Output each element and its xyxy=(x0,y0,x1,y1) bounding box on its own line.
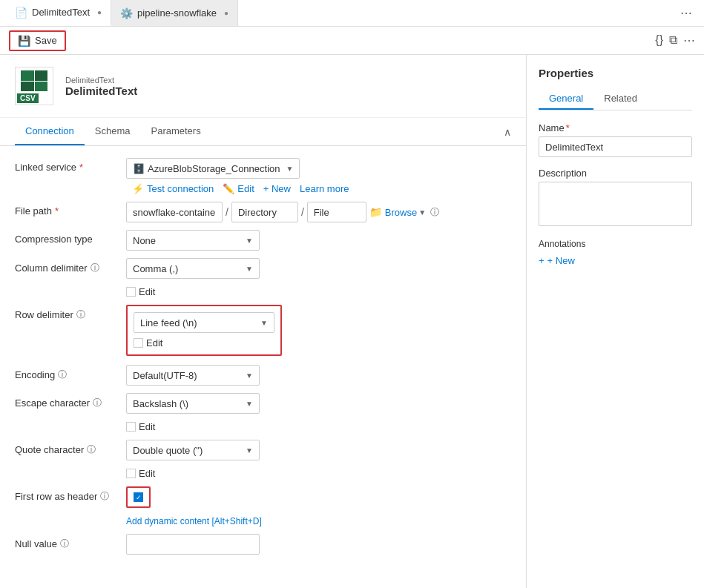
toolbar-right: {} ⧉ ⋯ xyxy=(655,33,695,47)
row-delimiter-row: Row delimiter ⓘ Line feed (\n) ▼ Edit xyxy=(15,305,511,357)
prop-tab-general[interactable]: General xyxy=(539,88,593,110)
column-delimiter-checkbox[interactable] xyxy=(126,287,136,297)
null-value-input[interactable] xyxy=(126,534,260,555)
csv-grid-icon xyxy=(21,70,47,91)
quote-char-dropdown[interactable]: Double quote (") ▼ xyxy=(126,440,260,460)
first-row-header-label: First row as header ⓘ xyxy=(15,486,126,503)
browse-actions: 📁 Browse ▼ ⓘ xyxy=(369,206,439,219)
edit-btn[interactable]: ✏️ Edit xyxy=(223,183,254,194)
row-delimiter-dropdown[interactable]: Line feed (\n) ▼ xyxy=(134,312,274,333)
row-delimiter-checkbox[interactable] xyxy=(134,338,143,348)
encoding-dropdown[interactable]: Default(UTF-8) ▼ xyxy=(126,365,260,386)
browse-more[interactable]: ⓘ xyxy=(430,206,439,219)
file-required-marker: * xyxy=(55,205,59,217)
row-delimiter-value: Line feed (\n) xyxy=(140,317,197,328)
row-delimiter-edit-row: Edit xyxy=(134,337,274,348)
prop-name-input[interactable] xyxy=(539,136,692,157)
tab-delimited[interactable]: 📄 DelimitedText ● xyxy=(6,0,111,26)
column-delimiter-dropdown[interactable]: Comma (,) ▼ xyxy=(126,258,260,279)
properties-title: Properties xyxy=(539,67,692,79)
compression-label: Compression type xyxy=(15,230,126,245)
tab-pipeline-close[interactable]: ● xyxy=(224,9,228,17)
tab-schema[interactable]: Schema xyxy=(85,118,141,145)
tab-connection[interactable]: Connection xyxy=(15,118,85,145)
delimited-tab-icon: 📄 xyxy=(15,7,27,19)
dataset-type: DelimitedText xyxy=(65,76,137,85)
tab-delimited-close[interactable]: ● xyxy=(97,8,102,16)
section-tabs: Connection Schema Parameters ∧ xyxy=(0,118,526,146)
null-value-info: ⓘ xyxy=(60,538,69,550)
properties-panel: Properties General Related Name * Descri… xyxy=(526,55,704,588)
encoding-info: ⓘ xyxy=(58,369,67,381)
column-delimiter-edit-label[interactable]: Edit xyxy=(126,286,155,297)
file-input[interactable] xyxy=(307,202,366,222)
compression-arrow: ▼ xyxy=(246,237,253,245)
required-marker: * xyxy=(79,162,83,173)
csv-icon: CSV xyxy=(15,67,53,105)
prop-description-input[interactable] xyxy=(539,182,692,226)
dataset-info: DelimitedText DelimitedText xyxy=(65,76,137,97)
encoding-arrow: ▼ xyxy=(246,371,253,380)
browse-dropdown-arrow[interactable]: ▼ xyxy=(418,208,426,217)
csv-label: CSV xyxy=(17,93,39,103)
learn-more-btn[interactable]: Learn more xyxy=(300,183,349,194)
code-icon[interactable]: {} xyxy=(655,33,663,47)
compression-row: Compression type None ▼ xyxy=(15,230,511,251)
ellipsis-icon[interactable]: ⋯ xyxy=(683,33,695,47)
column-delimiter-content: Comma (,) ▼ Edit xyxy=(126,258,511,297)
save-button[interactable]: 💾 Save xyxy=(9,30,66,51)
escape-char-row: Escape character ⓘ Backslash (\) ▼ Edit xyxy=(15,393,511,432)
browse-btn[interactable]: 📁 Browse xyxy=(369,206,417,218)
escape-char-content: Backslash (\) ▼ Edit xyxy=(126,393,511,432)
escape-char-info: ⓘ xyxy=(93,397,102,409)
file-path-content: / / 📁 Browse ▼ ⓘ xyxy=(126,202,511,222)
directory-input[interactable] xyxy=(231,202,298,222)
encoding-row: Encoding ⓘ Default(UTF-8) ▼ xyxy=(15,365,511,386)
add-annotation-btn[interactable]: + + New xyxy=(539,255,692,266)
quote-char-arrow: ▼ xyxy=(246,446,253,455)
first-row-checkbox[interactable]: ✓ xyxy=(134,492,143,502)
prop-description-field: Description xyxy=(539,168,692,228)
quote-char-checkbox[interactable] xyxy=(126,469,136,478)
row-delimiter-arrow: ▼ xyxy=(260,319,268,327)
dynamic-content-link[interactable]: Add dynamic content [Alt+Shift+D] xyxy=(126,516,262,526)
copy-icon[interactable]: ⧉ xyxy=(669,33,677,47)
row-delimiter-edit-label[interactable]: Edit xyxy=(134,337,162,348)
folder-icon: 📁 xyxy=(369,206,382,218)
tab-delimited-label: DelimitedText xyxy=(32,7,90,18)
annotations-title: Annotations xyxy=(539,239,692,249)
prop-name-label: Name * xyxy=(539,122,692,133)
linked-service-actions: ⚡ Test connection ✏️ Edit + New Learn mo… xyxy=(132,183,349,194)
tab-parameters[interactable]: Parameters xyxy=(140,118,211,145)
column-delimiter-edit-row: Edit xyxy=(126,286,155,297)
more-options-icon[interactable]: ⋯ xyxy=(680,6,692,20)
linked-service-dropdown[interactable]: 🗄️ AzureBlobStorage_Connection ▼ xyxy=(126,158,300,179)
escape-char-checkbox[interactable] xyxy=(126,422,136,432)
escape-char-dropdown[interactable]: Backslash (\) ▼ xyxy=(126,393,260,414)
properties-tabs: General Related xyxy=(539,88,692,110)
escape-char-edit-label[interactable]: Edit xyxy=(126,421,155,432)
path-sep-1: / xyxy=(226,206,228,218)
linked-service-label: Linked service * xyxy=(15,158,126,173)
row-delimiter-label: Row delimiter ⓘ xyxy=(15,305,126,321)
prop-tab-related[interactable]: Related xyxy=(593,88,648,110)
escape-char-label: Escape character ⓘ xyxy=(15,393,126,409)
row-delimiter-content: Line feed (\n) ▼ Edit xyxy=(126,305,511,357)
test-icon: ⚡ xyxy=(132,183,144,194)
test-connection-btn[interactable]: ⚡ Test connection xyxy=(132,183,214,194)
left-panel: CSV DelimitedText DelimitedText Connecti… xyxy=(0,55,526,588)
tab-pipeline-label: pipeline-snowflake xyxy=(137,7,217,19)
column-delimiter-arrow: ▼ xyxy=(246,265,253,273)
container-input[interactable] xyxy=(126,202,223,222)
new-btn[interactable]: + New xyxy=(263,183,291,194)
null-value-content xyxy=(126,534,511,555)
row-delimiter-info: ⓘ xyxy=(76,308,85,321)
quote-char-edit-label[interactable]: Edit xyxy=(126,468,155,479)
escape-char-edit-row: Edit xyxy=(126,421,155,432)
compression-dropdown[interactable]: None ▼ xyxy=(126,230,260,251)
main-area: CSV DelimitedText DelimitedText Connecti… xyxy=(0,55,704,588)
form-area: Linked service * 🗄️ AzureBlobStorage_Con… xyxy=(0,146,526,588)
collapse-button[interactable]: ∧ xyxy=(504,126,511,138)
escape-char-arrow: ▼ xyxy=(246,400,253,408)
tab-pipeline[interactable]: ⚙️ pipeline-snowflake ● xyxy=(111,0,238,26)
